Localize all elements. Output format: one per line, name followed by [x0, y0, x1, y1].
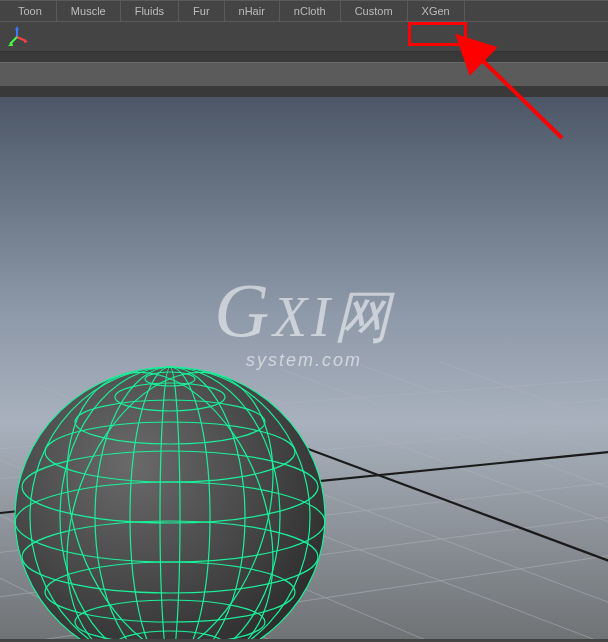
shelf-gap — [0, 52, 608, 62]
svg-line-18 — [360, 365, 608, 573]
scene-canvas — [0, 97, 608, 639]
panel-header — [0, 62, 608, 87]
menu-xgen[interactable]: XGen — [408, 1, 465, 21]
toolbar — [0, 22, 608, 52]
menu-bar: Toon Muscle Fluids Fur nHair nCloth Cust… — [0, 0, 608, 22]
menu-ncloth[interactable]: nCloth — [280, 1, 341, 21]
svg-point-25 — [15, 367, 325, 639]
menu-toon[interactable]: Toon — [4, 1, 57, 21]
menu-fluids[interactable]: Fluids — [121, 1, 179, 21]
menu-nhair[interactable]: nHair — [225, 1, 280, 21]
viewport-3d[interactable]: GXI网 system.com — [0, 97, 608, 639]
menu-fur[interactable]: Fur — [179, 1, 225, 21]
svg-marker-4 — [24, 39, 28, 43]
menu-custom[interactable]: Custom — [341, 1, 408, 21]
panel-gap — [0, 87, 608, 97]
svg-line-17 — [280, 369, 608, 585]
menu-muscle[interactable]: Muscle — [57, 1, 121, 21]
sphere-object[interactable] — [15, 344, 325, 639]
svg-line-19 — [440, 362, 608, 563]
view-axis-icon — [6, 26, 28, 48]
svg-marker-3 — [15, 26, 19, 30]
